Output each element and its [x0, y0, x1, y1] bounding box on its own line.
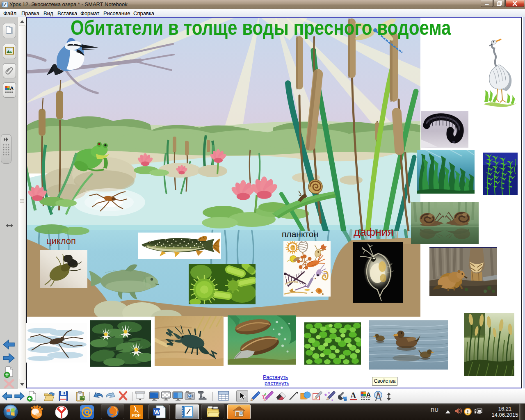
svg-text:PDF: PDF: [132, 413, 141, 418]
svg-text:W: W: [154, 409, 160, 415]
svg-text:A: A: [10, 85, 14, 91]
svg-text:A: A: [366, 391, 371, 398]
svg-text:A: A: [350, 391, 356, 400]
